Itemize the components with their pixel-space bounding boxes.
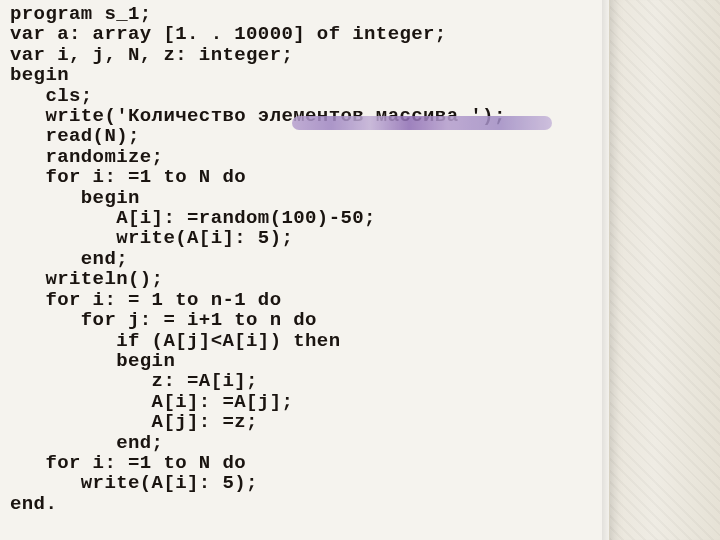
paper-texture-sidebar [609,0,720,540]
highlight-marker [292,116,552,130]
code-block: program s_1; var a: array [1. . 10000] o… [10,4,610,514]
source-code: program s_1; var a: array [1. . 10000] o… [10,4,610,514]
